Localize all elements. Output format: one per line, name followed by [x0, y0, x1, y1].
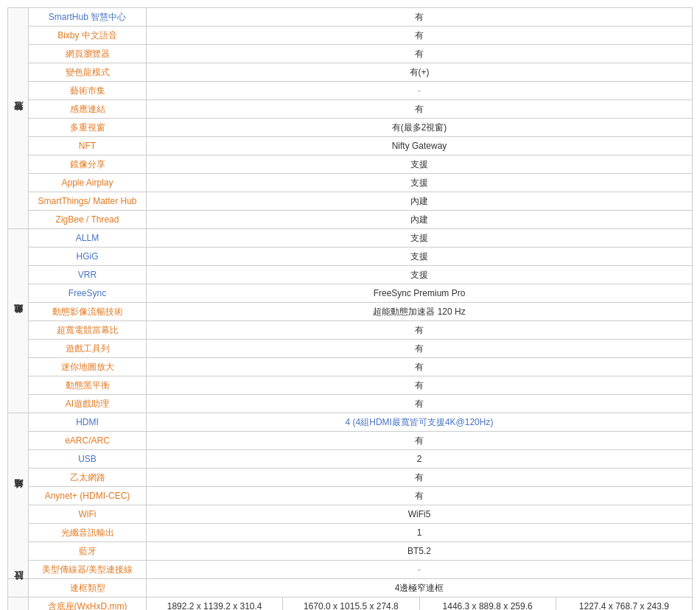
feature-label: eARC/ARC: [29, 432, 147, 450]
category-cell: 尺寸: [8, 597, 29, 611]
spec-table: 智慧SmartHub 智慧中心有Bixby 中文語音有網頁瀏覽器有變色龍模式有(…: [7, 7, 693, 610]
feature-label: ALLM: [29, 229, 147, 248]
feature-value-3: 1227.4 x 768.7 x 243.9: [556, 597, 692, 611]
category-cell: 連結: [8, 413, 29, 579]
feature-value: 有: [147, 487, 693, 505]
feature-value: -: [147, 82, 693, 100]
feature-label: NFT: [29, 137, 147, 155]
feature-value: 有: [147, 376, 693, 395]
feature-label: USB: [29, 450, 147, 469]
feature-label: ZigBee / Thread: [29, 211, 147, 229]
feature-value: 有: [147, 358, 693, 376]
feature-label: 光纖音訊輸出: [29, 524, 147, 542]
feature-value: 支援: [147, 266, 693, 284]
feature-value: BT5.2: [147, 542, 693, 561]
feature-label: Apple Airplay: [29, 174, 147, 192]
feature-value: WiFi5: [147, 505, 693, 524]
feature-label: VRR: [29, 266, 147, 284]
feature-label: 美型傳線器/美型連接線: [29, 561, 147, 579]
feature-value: 2: [147, 450, 693, 469]
feature-label: 藍牙: [29, 542, 147, 561]
feature-value: 內建: [147, 192, 693, 211]
feature-value: 有(最多2視窗): [147, 119, 693, 137]
feature-label: 鏡像分享: [29, 155, 147, 174]
feature-value: 有: [147, 469, 693, 487]
feature-value: -: [147, 561, 693, 579]
feature-label: 感應連結: [29, 100, 147, 119]
feature-value: 有: [147, 321, 693, 340]
feature-label: 遊戲工具列: [29, 340, 147, 358]
category-cell: 智慧: [8, 8, 29, 229]
feature-value-1: 1670.0 x 1015.5 x 274.8: [283, 597, 419, 611]
feature-label: HDMI: [29, 413, 147, 432]
feature-value: 內建: [147, 211, 693, 229]
feature-value: FreeSync Premium Pro: [147, 284, 693, 303]
feature-value: 有: [147, 100, 693, 119]
feature-label: 連框類型: [29, 579, 147, 597]
feature-label: FreeSync: [29, 284, 147, 303]
feature-label: SmartHub 智慧中心: [29, 8, 147, 27]
feature-label: 多重視窗: [29, 119, 147, 137]
feature-label: Bixby 中文語音: [29, 27, 147, 45]
feature-value: 有(+): [147, 63, 693, 82]
feature-label: HGiG: [29, 248, 147, 266]
feature-label: 迷你地圖放大: [29, 358, 147, 376]
feature-value: 有: [147, 395, 693, 413]
feature-label: WiFi: [29, 505, 147, 524]
feature-value: 超能動態加速器 120 Hz: [147, 303, 693, 321]
feature-value: 有: [147, 340, 693, 358]
feature-value-0: 1892.2 x 1139.2 x 310.4: [147, 597, 283, 611]
feature-label: 動態影像流暢技術: [29, 303, 147, 321]
feature-value: 4 (4組HDMI最寬皆可支援4K@120Hz): [147, 413, 693, 432]
feature-value: 有: [147, 432, 693, 450]
feature-label: AI遊戲助理: [29, 395, 147, 413]
feature-label: Anynet+ (HDMI-CEC): [29, 487, 147, 505]
category-cell: 設計: [8, 579, 29, 597]
feature-value: 有: [147, 27, 693, 45]
feature-label: 超寬電競當幕比: [29, 321, 147, 340]
feature-label: 乙太網路: [29, 469, 147, 487]
feature-value: 支援: [147, 174, 693, 192]
feature-label: 動態黑平衡: [29, 376, 147, 395]
feature-value: 1: [147, 524, 693, 542]
feature-label: SmartThings/ Matter Hub: [29, 192, 147, 211]
category-cell: 遊戲: [8, 229, 29, 413]
feature-value: 支援: [147, 155, 693, 174]
feature-value: 支援: [147, 248, 693, 266]
feature-value-2: 1446.3 x 889.8 x 259.6: [419, 597, 556, 611]
feature-value: 支援: [147, 229, 693, 248]
feature-value: Nifty Gateway: [147, 137, 693, 155]
feature-value: 有: [147, 45, 693, 63]
feature-value: 有: [147, 8, 693, 27]
feature-label: 藝術市集: [29, 82, 147, 100]
feature-label: 變色龍模式: [29, 63, 147, 82]
feature-value: 4邊極窄連框: [147, 579, 693, 597]
feature-label: 含底座(WxHxD,mm): [29, 597, 147, 611]
feature-label: 網頁瀏覽器: [29, 45, 147, 63]
